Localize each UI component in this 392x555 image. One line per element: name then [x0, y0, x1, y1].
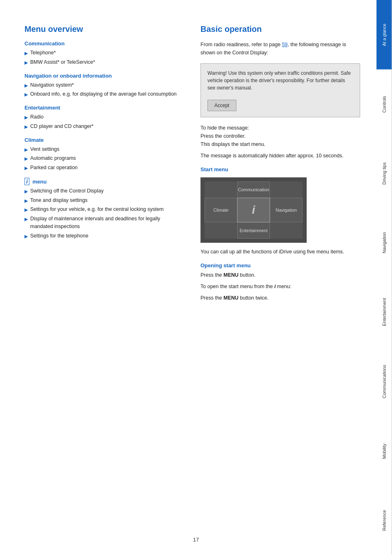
- arrow-icon: ▶: [24, 123, 28, 130]
- arrow-icon: ▶: [24, 197, 28, 204]
- sidebar-tab-controls[interactable]: Controls: [376, 69, 392, 139]
- item-text: Parked car operation: [30, 164, 184, 172]
- list-item: ▶ Tone and display settings: [24, 197, 184, 204]
- item-text: Settings for the telephone: [30, 232, 184, 240]
- intro-text: From radio readiness, refer to page 59, …: [200, 40, 360, 57]
- start-menu-inner: Communication Climate i Navigation: [205, 181, 303, 239]
- sidebar-tab-navigation[interactable]: Navigation: [376, 208, 392, 278]
- list-item: ▶ Vent settings: [24, 145, 184, 153]
- navigation-title: Navigation or onboard information: [24, 73, 184, 79]
- opening-step2: To open the start menu from the i menu:: [200, 282, 360, 291]
- cell-i: i: [252, 204, 255, 217]
- sidebar-tab-reference[interactable]: Reference: [376, 486, 392, 555]
- sidebar-label: Mobility: [382, 443, 387, 459]
- item-text: Settings for your vehicle, e.g. for the …: [30, 206, 184, 213]
- i-icon-inline: i: [274, 284, 276, 289]
- left-main-title: Menu overview: [24, 25, 184, 34]
- item-text: Tone and display settings: [30, 197, 184, 204]
- sidebar-tab-entertainment[interactable]: Entertainment: [376, 278, 392, 347]
- menu-bold-1: MENU: [223, 272, 238, 278]
- cell-communication: Communication: [238, 187, 269, 192]
- opening-step3: Press the MENU button twice.: [200, 294, 360, 302]
- sidebar-label: Communications: [382, 365, 387, 398]
- sidebar-label: Driving tips: [382, 162, 387, 184]
- left-column: Menu overview Communication ▶ Telephone*…: [24, 25, 184, 539]
- item-text: Vent settings: [30, 145, 184, 153]
- item-text: Radio: [30, 113, 184, 121]
- list-item: ▶ Telephone*: [24, 49, 184, 57]
- item-text: Telephone*: [30, 49, 184, 57]
- arrow-icon: ▶: [24, 146, 28, 153]
- list-item: ▶ BMW Assist* or TeleService*: [24, 58, 184, 66]
- menu-cell-left: Climate: [205, 198, 237, 222]
- accept-button[interactable]: Accept: [207, 100, 236, 111]
- cell-entertainment: Entertainment: [240, 228, 267, 233]
- hide-message-text: To hide the message: Press the controlle…: [200, 124, 360, 148]
- sidebar-tab-communications[interactable]: Communications: [376, 347, 392, 416]
- arrow-icon: ▶: [24, 216, 28, 223]
- item-text: CD player and CD changer*: [30, 123, 184, 130]
- item-text: BMW Assist* or TeleService*: [30, 58, 184, 66]
- communication-title: Communication: [24, 40, 184, 47]
- start-menu-diagram: Communication Climate i Navigation: [200, 177, 307, 243]
- auto-hide-text: The message is automatically hidden afte…: [200, 152, 360, 160]
- arrow-icon: ▶: [24, 91, 28, 98]
- i-icon: i: [24, 178, 29, 185]
- right-main-title: Basic operation: [200, 25, 360, 34]
- start-menu-caption: You can call up all the functions of iDr…: [200, 248, 360, 256]
- imenu-label: menu: [33, 179, 47, 185]
- start-menu-title: Start menu: [200, 166, 360, 172]
- imenu-title: i menu: [24, 178, 184, 185]
- list-item: ▶ Settings for the telephone: [24, 232, 184, 240]
- item-text: Display of maintenance intervals and dea…: [30, 215, 184, 231]
- arrow-icon: ▶: [24, 59, 28, 66]
- entertainment-title: Entertainment: [24, 105, 184, 111]
- arrow-icon: ▶: [24, 233, 28, 240]
- arrow-icon: ▶: [24, 188, 28, 195]
- list-item: ▶ Automatic programs: [24, 154, 184, 162]
- menu-cell-center: i: [237, 198, 270, 222]
- sidebar-label: Entertainment: [382, 298, 387, 326]
- sidebar: At a glance Controls Driving tips Naviga…: [376, 0, 392, 555]
- item-text: Switching off the Control Display: [30, 187, 184, 195]
- menu-cell-right: Navigation: [270, 198, 303, 222]
- item-text: Navigation system*: [30, 81, 184, 89]
- arrow-icon: ▶: [24, 165, 28, 172]
- list-item: ▶ CD player and CD changer*: [24, 123, 184, 130]
- list-item: ▶ Navigation system*: [24, 81, 184, 89]
- list-item: ▶ Settings for your vehicle, e.g. for th…: [24, 206, 184, 213]
- warning-box: Warning! Use this system only when traff…: [200, 63, 360, 117]
- list-item: ▶ Display of maintenance intervals and d…: [24, 215, 184, 231]
- list-item: ▶ Radio: [24, 113, 184, 121]
- sidebar-tab-mobility[interactable]: Mobility: [376, 416, 392, 486]
- sidebar-label: Controls: [382, 96, 387, 112]
- list-item: ▶ Switching off the Control Display: [24, 187, 184, 195]
- sidebar-tab-driving-tips[interactable]: Driving tips: [376, 139, 392, 208]
- sidebar-label: Navigation: [382, 232, 387, 253]
- page-number: 17: [193, 537, 199, 543]
- sidebar-label: At a glance: [382, 23, 387, 46]
- arrow-icon: ▶: [24, 82, 28, 89]
- climate-title: Climate: [24, 137, 184, 143]
- warning-text: Warning! Use this system only when traff…: [207, 70, 351, 91]
- sidebar-label: Reference: [382, 510, 387, 531]
- sidebar-tab-at-a-glance[interactable]: At a glance: [376, 0, 392, 69]
- page-link[interactable]: 59: [282, 42, 287, 47]
- opening-step1: Press the MENU button.: [200, 271, 360, 279]
- cell-climate: Climate: [213, 208, 228, 213]
- menu-cell-top: Communication: [237, 181, 270, 198]
- list-item: ▶ Onboard info, e.g. for displaying of t…: [24, 90, 184, 98]
- hide-label: To hide the message:: [200, 125, 249, 131]
- arrow-icon: ▶: [24, 155, 28, 162]
- arrow-icon: ▶: [24, 206, 28, 213]
- opening-title: Opening start menu: [200, 262, 360, 269]
- step2: This displays the start menu.: [200, 141, 265, 147]
- list-item: ▶ Parked car operation: [24, 164, 184, 172]
- arrow-icon: ▶: [24, 114, 28, 121]
- menu-bold-2: MENU: [223, 295, 238, 301]
- arrow-icon: ▶: [24, 50, 28, 57]
- right-column: Basic operation From radio readiness, re…: [200, 25, 360, 539]
- step1: Press the controller.: [200, 133, 245, 139]
- menu-cell-bottom: Entertainment: [237, 222, 270, 239]
- item-text: Onboard info, e.g. for displaying of the…: [30, 90, 184, 98]
